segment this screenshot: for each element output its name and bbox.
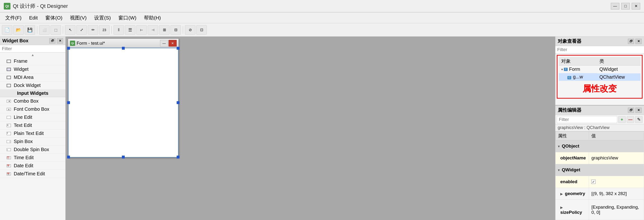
object-inspector-title: 对象查看器 <box>558 38 582 44</box>
prop-section-qwidget[interactable]: ▾ QWidget <box>556 164 644 176</box>
inspector-row-form[interactable]: ▾ F Form QWidget <box>559 66 640 73</box>
prop-enabled-value[interactable]: ✓ <box>589 176 644 188</box>
scroll-up-arrow[interactable]: ▲ <box>0 53 66 57</box>
title-bar-left: Qt Qt 设计师 - Qt Designer <box>4 3 68 10</box>
widget-box-restore-btn[interactable]: 🗗 <box>49 38 56 44</box>
toolbar-layout1-btn[interactable]: ⦀ <box>114 25 124 35</box>
menu-view[interactable]: 视图(V) <box>67 14 90 22</box>
list-item-widget[interactable]: Widget <box>0 65 66 73</box>
form-content[interactable] <box>68 48 178 158</box>
list-item-time-edit[interactable]: ⏰ Time Edit <box>0 154 66 162</box>
toolbar-last-btn[interactable]: ⊡ <box>196 25 207 35</box>
widget-box-close-btn[interactable]: ✕ <box>57 38 63 44</box>
list-item-date-edit[interactable]: 📅 Date Edit <box>0 162 66 170</box>
toolbar-select-btn[interactable]: ⤢ <box>76 25 87 35</box>
menu-window[interactable]: 窗口(W) <box>115 14 140 22</box>
chart-row-icon: G <box>568 76 571 79</box>
prop-row-objectname[interactable]: objectName graphicsView <box>556 152 644 164</box>
pe-restore-btn[interactable]: 🗗 <box>628 108 634 113</box>
prop-add-btn[interactable]: + <box>618 116 626 123</box>
list-item-line-edit[interactable]: Line Edit <box>0 113 66 122</box>
property-filter-input[interactable] <box>557 116 617 123</box>
prop-row-geometry[interactable]: ▶ geometry [(9, 9), 382 x 282] <box>556 188 644 199</box>
inspector-row-chart[interactable]: G g...w QChartView <box>559 73 640 81</box>
datetime-edit-icon: 📆 <box>7 172 11 175</box>
menu-edit[interactable]: Edit <box>26 14 41 22</box>
date-edit-icon: 📅 <box>7 164 11 167</box>
prop-row-sizepolicy[interactable]: ▶ sizePolicy [Expanding, Expanding, 0, 0… <box>556 199 644 220</box>
toolbar-pointer-btn[interactable]: ↖ <box>65 25 76 35</box>
handle-tl[interactable] <box>67 47 70 50</box>
prop-geometry-value[interactable]: [(9, 9), 382 x 282] <box>589 188 644 199</box>
widget-icon <box>7 68 11 71</box>
property-table: 属性 值 ▾ QObject objectName <box>555 131 644 220</box>
toolbar: 📄 📂 💾 ⬜ ⬚ ↖ ⤢ ✏ 23 ⦀ ☰ ⊢ ⊣ ⊞ ⊟ ⊘ ⊡ <box>0 23 644 37</box>
handle-tr[interactable] <box>177 47 180 50</box>
toolbar-save-btn[interactable]: 💾 <box>25 25 35 35</box>
menu-file[interactable]: 文件(F) <box>2 14 25 22</box>
toolbar-open-btn[interactable]: 📂 <box>13 25 24 35</box>
toolbar-layout2-btn[interactable]: ☰ <box>125 25 136 35</box>
enabled-checkbox[interactable]: ✓ <box>591 180 642 184</box>
object-inspector-filter[interactable] <box>555 46 644 53</box>
form-close-btn[interactable]: ✕ <box>168 40 177 47</box>
list-item-combo-box[interactable]: ▼ Combo Box <box>0 97 66 105</box>
toolbar-widget1-btn[interactable]: ⬜ <box>39 25 50 35</box>
toolbar-sep4 <box>183 26 183 34</box>
object-inspector-panel: 对象查看器 🗗 ✕ 对象 类 <box>555 37 644 105</box>
list-item-plain-text-edit[interactable]: T Plain Text Edit <box>0 130 66 138</box>
oi-close-btn[interactable]: ✕ <box>636 39 642 44</box>
list-item-text-edit[interactable]: A Text Edit <box>0 122 66 130</box>
list-item-double-spin-box[interactable]: ↕ Double Spin Box <box>0 146 66 154</box>
col-object: 对象 <box>559 57 597 66</box>
handle-bc[interactable] <box>122 156 125 158</box>
handle-br[interactable] <box>177 156 180 158</box>
menu-bar: 文件(F) Edit 窗体(O) 视图(V) 设置(S) 窗口(W) 帮助(H) <box>0 12 644 23</box>
handle-bl[interactable] <box>67 156 70 158</box>
toolbar-edit-btn[interactable]: ✏ <box>88 25 98 35</box>
toolbar-layout4-btn[interactable]: ⊣ <box>148 25 158 35</box>
prop-edit-btn[interactable]: ✎ <box>635 116 642 123</box>
maximize-button[interactable]: □ <box>621 3 630 10</box>
handle-mr[interactable] <box>177 101 180 104</box>
prop-row-enabled[interactable]: enabled ✓ <box>556 176 644 188</box>
toolbar-widget2-btn[interactable]: ⬚ <box>50 25 61 35</box>
close-button[interactable]: ✕ <box>632 3 640 10</box>
menu-settings[interactable]: 设置(S) <box>91 14 114 22</box>
oi-restore-btn[interactable]: 🗗 <box>628 39 634 44</box>
canvas-area[interactable]: Qt Form - test.ui* — ✕ <box>66 37 555 220</box>
toolbar-grid-btn[interactable]: ⊞ <box>159 25 170 35</box>
toolbar-sep1 <box>37 26 37 34</box>
prop-geometry-label: ▶ geometry <box>556 188 589 199</box>
sizepolicy-expand-icon[interactable]: ▶ <box>560 206 563 209</box>
prop-section-qobject[interactable]: ▾ QObject <box>556 140 644 152</box>
list-item-frame[interactable]: Frame <box>0 57 66 65</box>
minimize-button[interactable]: — <box>611 3 619 10</box>
prop-col-value: 值 <box>589 132 644 140</box>
pe-close-btn[interactable]: ✕ <box>636 108 642 113</box>
list-item-spin-box[interactable]: ↕ Spin Box <box>0 138 66 146</box>
list-item-font-combo-box[interactable]: A Font Combo Box <box>0 105 66 113</box>
toolbar-new-btn[interactable]: 📄 <box>2 25 12 35</box>
handle-ml[interactable] <box>67 101 70 104</box>
toolbar-num-btn[interactable]: 23 <box>99 25 110 35</box>
list-item-datetime-edit[interactable]: 📆 Date/Time Edit <box>0 170 66 178</box>
prop-sizepolicy-value[interactable]: [Expanding, Expanding, 0, 0] <box>589 199 644 220</box>
handle-tc[interactable] <box>122 47 125 50</box>
toolbar-layout3-btn[interactable]: ⊢ <box>136 25 147 35</box>
right-panels: 对象查看器 🗗 ✕ 对象 类 <box>555 37 644 220</box>
menu-help[interactable]: 帮助(H) <box>140 14 164 22</box>
prop-objectname-value[interactable]: graphicsView <box>589 152 644 164</box>
list-item-dock-widget[interactable]: Dock Widget <box>0 81 66 89</box>
toolbar-preview-btn[interactable]: ⊘ <box>185 25 196 35</box>
list-item-mdi-area[interactable]: MDI Area <box>0 73 66 81</box>
toolbar-break-btn[interactable]: ⊟ <box>170 25 181 35</box>
menu-form[interactable]: 窗体(O) <box>42 14 66 22</box>
widget-box-filter[interactable] <box>0 45 66 53</box>
expand-arrow-form[interactable]: ▾ <box>561 67 563 71</box>
geometry-expand-icon[interactable]: ▶ <box>560 192 563 196</box>
form-class-name: QWidget <box>597 66 640 73</box>
prop-remove-btn[interactable]: — <box>627 116 634 123</box>
form-minimize-btn[interactable]: — <box>160 40 168 47</box>
form-controls: — ✕ <box>160 40 177 47</box>
